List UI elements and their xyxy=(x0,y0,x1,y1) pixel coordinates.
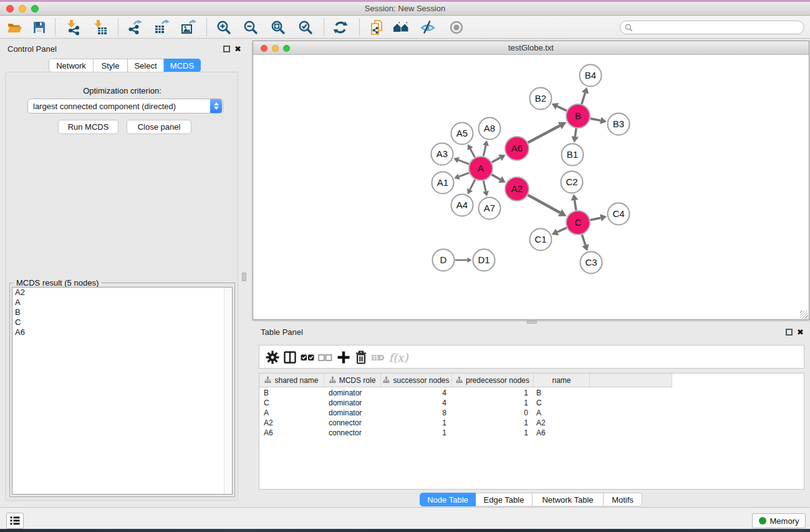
table-cell: B xyxy=(534,388,590,398)
show-all-button[interactable] xyxy=(448,19,465,36)
mcds-result-list[interactable]: A2ABCA6 xyxy=(12,287,233,495)
tab-edge-table[interactable]: Edge Table xyxy=(476,493,533,506)
window-resize-grip[interactable] xyxy=(800,311,808,319)
graph-edge-C-C4[interactable] xyxy=(591,218,601,220)
open-session-button[interactable] xyxy=(6,19,22,36)
import-table-button[interactable] xyxy=(92,19,108,36)
table-row[interactable]: Adominator80A xyxy=(259,408,795,418)
import-network-button[interactable] xyxy=(65,19,81,36)
create-column-button[interactable] xyxy=(335,349,352,365)
function-builder-button[interactable]: f(x) xyxy=(388,349,409,365)
delete-table-button[interactable] xyxy=(370,349,386,365)
table-cell: 1 xyxy=(381,418,452,428)
table-row[interactable]: A6connector11A6 xyxy=(259,428,795,438)
graph-edge-C-C3[interactable] xyxy=(582,235,586,245)
graph-edge-B-B2[interactable] xyxy=(557,106,567,110)
table-row[interactable]: Bdominator41B xyxy=(259,388,795,398)
table-options-button[interactable] xyxy=(264,349,281,365)
table-row[interactable]: A2connector11A2 xyxy=(259,418,795,428)
home-button[interactable] xyxy=(393,19,409,36)
vertical-splitter-handle[interactable] xyxy=(242,273,246,281)
network-window-titlebar[interactable]: testGlobe.txt xyxy=(253,41,809,55)
export-table-button[interactable] xyxy=(153,19,170,36)
graph-edge-A-A2[interactable] xyxy=(491,175,500,180)
graph-edge-A-A7[interactable] xyxy=(483,181,486,191)
column-header-name[interactable]: name xyxy=(534,374,590,387)
network-window-controls xyxy=(261,45,290,52)
close-window-button[interactable] xyxy=(6,5,14,12)
graph-edge-A-A6[interactable] xyxy=(492,158,501,162)
graph-edge-A-A3[interactable] xyxy=(458,160,469,164)
network-canvas[interactable]: B4B2BB3A8A5A6B1A3AC2A1A2A4A7C4CC1DD1C3 xyxy=(253,55,809,319)
graph-edge-A-A1[interactable] xyxy=(459,173,469,177)
graph-edge-B-B4[interactable] xyxy=(582,93,586,104)
control-panel-float-button[interactable] xyxy=(223,46,230,52)
graph-edge-A6-B[interactable] xyxy=(528,125,560,142)
graph-edge-A-A4[interactable] xyxy=(470,180,475,190)
table-cell: dominator xyxy=(324,388,381,398)
show-columns-button[interactable] xyxy=(282,349,298,365)
network-zoom-button[interactable] xyxy=(283,45,290,52)
export-network-button[interactable] xyxy=(127,19,143,36)
save-session-button[interactable] xyxy=(31,19,47,36)
graph-node-label: B4 xyxy=(585,70,596,80)
close-panel-button[interactable]: Close panel xyxy=(127,120,191,134)
table-panel-float-button[interactable] xyxy=(786,329,793,336)
mcds-result-item[interactable]: C xyxy=(12,317,232,327)
graph-edge-A2-C[interactable] xyxy=(528,195,561,213)
graph-edge-C-C1[interactable] xyxy=(557,228,567,232)
minimize-window-button[interactable] xyxy=(19,5,26,12)
mcds-list-scrollbar[interactable] xyxy=(224,288,232,494)
mcds-result-item[interactable]: A6 xyxy=(12,327,232,337)
table-cell: A2 xyxy=(259,418,324,428)
node-table: shared name MCDS role successor nodes pr… xyxy=(259,373,804,490)
zoom-fit-button[interactable] xyxy=(270,19,286,36)
graph-edge-B-B1[interactable] xyxy=(575,128,576,137)
column-header-mcds-role[interactable]: MCDS role xyxy=(324,374,381,387)
horizontal-splitter-handle[interactable] xyxy=(527,321,537,324)
network-close-button[interactable] xyxy=(261,45,268,52)
table-cell: dominator xyxy=(324,398,381,408)
control-panel-close-button[interactable]: ✖ xyxy=(234,46,241,52)
unselect-all-columns-button[interactable] xyxy=(317,349,333,365)
tab-network[interactable]: Network xyxy=(49,59,94,72)
zoom-window-button[interactable] xyxy=(31,5,39,12)
run-mcds-button[interactable]: Run MCDS xyxy=(58,120,118,134)
search-input[interactable] xyxy=(635,22,804,32)
tab-network-table[interactable]: Network Table xyxy=(533,493,604,506)
network-graph[interactable]: B4B2BB3A8A5A6B1A3AC2A1A2A4A7C4CC1DD1C3 xyxy=(253,55,809,319)
column-header-predecessor-nodes[interactable]: predecessor nodes xyxy=(452,374,534,387)
memory-button[interactable]: Memory xyxy=(752,513,806,528)
refresh-icon xyxy=(332,19,349,36)
tab-mcds[interactable]: MCDS xyxy=(164,59,201,72)
delete-columns-button[interactable] xyxy=(353,349,369,365)
select-all-columns-button[interactable] xyxy=(299,349,316,365)
graph-edge-B-B3[interactable] xyxy=(591,118,601,120)
table-panel-close-button[interactable]: ✖ xyxy=(797,329,804,336)
network-minimize-button[interactable] xyxy=(272,45,279,52)
network-view-window: testGlobe.txt B4B2BB3A8A5A6B1A3AC2A1A2A4… xyxy=(253,41,809,320)
tab-node-table[interactable]: Node Table xyxy=(420,493,476,506)
tab-motifs[interactable]: Motifs xyxy=(604,493,642,506)
zoom-in-button[interactable] xyxy=(216,19,232,36)
search-field[interactable] xyxy=(620,21,804,34)
criterion-dropdown[interactable]: largest connected component (directed) xyxy=(27,99,223,114)
zoom-out-button[interactable] xyxy=(243,19,259,36)
mcds-result-item[interactable]: A xyxy=(12,297,232,307)
mcds-result-item[interactable]: B xyxy=(12,307,232,317)
tab-select[interactable]: Select xyxy=(128,59,164,72)
open-ndex-button[interactable] xyxy=(369,19,385,36)
graph-edge-C-C2[interactable] xyxy=(574,200,576,210)
task-history-button[interactable] xyxy=(6,513,24,529)
graph-edge-A-A8[interactable] xyxy=(483,145,486,156)
mcds-result-item[interactable]: A2 xyxy=(12,288,232,297)
tab-style[interactable]: Style xyxy=(94,59,128,72)
table-row[interactable]: Cdominator41C xyxy=(259,398,795,408)
graph-edge-A-A5[interactable] xyxy=(470,149,475,158)
zoom-selected-button[interactable] xyxy=(297,19,314,36)
column-header-successor-nodes[interactable]: successor nodes xyxy=(381,374,452,387)
hide-selected-button[interactable] xyxy=(420,19,436,36)
refresh-button[interactable] xyxy=(332,19,349,36)
column-header-shared-name[interactable]: shared name xyxy=(259,374,324,387)
export-image-button[interactable] xyxy=(180,19,196,36)
